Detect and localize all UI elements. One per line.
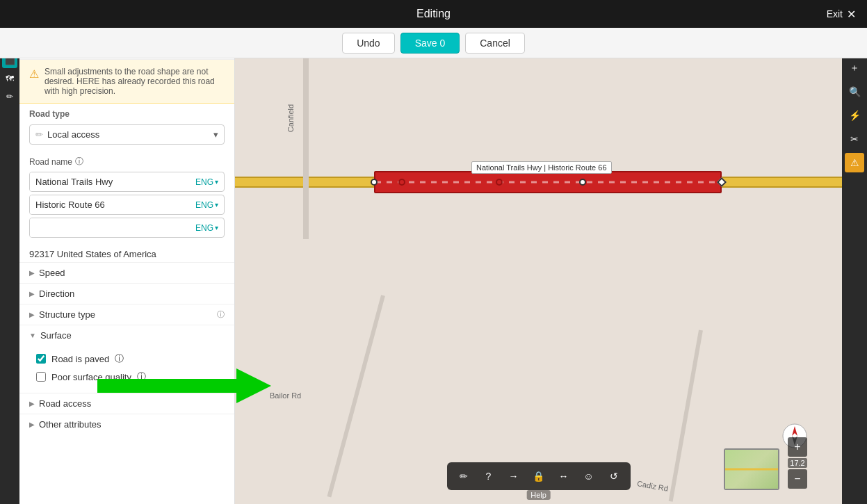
- road-name-lang-button-3[interactable]: ENG ▾: [190, 220, 224, 236]
- road-is-paved-label: Road is paved: [51, 354, 109, 364]
- road-name-section: Road name ⓘ ENG ▾ ENG ▾ ENG ▾: [19, 150, 234, 246]
- zoom-level: 17.2: [788, 458, 807, 468]
- chevron-right-icon: ▶: [29, 269, 35, 277]
- zoom-in-button[interactable]: +: [788, 437, 807, 457]
- chevron-down-icon: ▼: [29, 332, 36, 339]
- arrow-tool-button[interactable]: →: [503, 465, 525, 487]
- chevron-right-icon: ▶: [29, 290, 35, 298]
- road-is-paved-checkbox[interactable]: [36, 354, 46, 364]
- save-button[interactable]: Save 0: [400, 33, 460, 54]
- road-access-section[interactable]: ▶ Road access: [19, 393, 234, 414]
- chevron-right-icon: ▶: [29, 421, 35, 428]
- other-attributes-section[interactable]: ▶ Other attributes: [19, 414, 234, 434]
- map-icon[interactable]: 🗺: [2, 71, 17, 86]
- expand-tool-button[interactable]: ↔: [553, 465, 575, 487]
- road-type-select[interactable]: ✏ Local access ▾: [29, 124, 225, 145]
- map-area[interactable]: National Trails Hwy | Historic Route 66 …: [235, 58, 842, 504]
- info-icon: ⓘ: [217, 309, 225, 320]
- warning-box: ⚠ Small adjustments to the road shape ar…: [19, 60, 234, 104]
- canfield-label: Canfield: [286, 104, 295, 132]
- speed-section[interactable]: ▶ Speed: [19, 262, 234, 283]
- road-type-value: Local access: [47, 129, 213, 140]
- edit-node-2[interactable]: [496, 179, 503, 186]
- top-bar: Editing Exit ✕: [0, 0, 867, 28]
- surface-body: Road is paved ⓘ Poor surface quality ⓘ: [19, 346, 234, 393]
- edit-icon[interactable]: ✏: [2, 89, 17, 104]
- chevron-right-icon: ▶: [29, 400, 35, 407]
- edit-node-3[interactable]: [579, 179, 586, 186]
- edit-tool-button[interactable]: ✏: [453, 465, 475, 487]
- chevron-down-icon: ▾: [215, 201, 218, 209]
- curve-road-2: [669, 330, 703, 501]
- road-name-label: Road name ⓘ: [29, 156, 225, 168]
- chevron-right-icon: ▶: [29, 311, 35, 318]
- poor-surface-quality-label: Poor surface quality: [51, 372, 131, 382]
- country-text: 92317 United States of America: [29, 249, 156, 259]
- road-name-label-map: National Trails Hwy | Historic Route 66: [471, 161, 612, 174]
- mini-map[interactable]: [724, 448, 779, 490]
- road-name-input-1[interactable]: [30, 172, 190, 191]
- road-name-input-2[interactable]: [30, 195, 190, 214]
- split-icon[interactable]: ✂: [845, 129, 864, 149]
- search-location-icon[interactable]: 🔍: [845, 82, 864, 101]
- undo-button[interactable]: Undo: [342, 33, 394, 54]
- road-type-label: Road type: [19, 104, 234, 122]
- face-tool-button[interactable]: ☺: [578, 465, 600, 487]
- connect-icon[interactable]: ⚡: [845, 106, 864, 125]
- edit-node-start[interactable]: [371, 179, 378, 186]
- selected-road-segment[interactable]: [374, 171, 722, 193]
- action-bar: Undo Save 0 Cancel: [0, 28, 867, 58]
- poor-surface-quality-checkbox[interactable]: [36, 372, 46, 382]
- zoom-out-button[interactable]: −: [788, 469, 807, 489]
- canfield-road: [303, 58, 309, 239]
- close-icon: ✕: [847, 8, 856, 21]
- road-is-paved-row: Road is paved ⓘ: [36, 350, 225, 368]
- warning-text: Small adjustments to the road shape are …: [44, 67, 225, 96]
- chevron-down-icon: ▾: [213, 129, 218, 140]
- direction-section[interactable]: ▶ Direction: [19, 283, 234, 304]
- surface-header[interactable]: ▼ Surface: [19, 325, 234, 346]
- add-road-icon[interactable]: ＋: [845, 58, 864, 78]
- bailor-rd-label: Bailor Rd: [270, 391, 301, 400]
- poor-surface-quality-row: Poor surface quality ⓘ: [36, 368, 225, 386]
- road-is-paved-info-icon: ⓘ: [115, 352, 124, 365]
- pencil-icon: ✏: [35, 129, 43, 140]
- road-name-input-row-3: ENG ▾: [29, 218, 225, 238]
- cancel-button[interactable]: Cancel: [465, 33, 525, 54]
- page-title: Editing: [0, 8, 867, 20]
- road-name-lang-button-1[interactable]: ENG ▾: [190, 174, 224, 190]
- cadiz-rd-label: Cadiz Rd: [636, 479, 669, 493]
- side-panel: 🗑 🚫 ⚙ 🅰 Road attributes ← ⚠ Small adjust…: [19, 28, 235, 504]
- help-label[interactable]: Help: [526, 490, 551, 500]
- country-row: 92317 United States of America: [19, 246, 234, 262]
- surface-section: ▼ Surface Road is paved ⓘ Poor surface q…: [19, 325, 234, 393]
- road-name-input-row-2: ENG ▾: [29, 195, 225, 215]
- curve-road-1: [327, 295, 384, 497]
- road-name-lang-button-2[interactable]: ENG ▾: [190, 197, 224, 213]
- bottom-toolbar: ✏ ? → 🔒 ↔ ☺ ↺: [447, 462, 631, 490]
- lock-tool-button[interactable]: 🔒: [528, 465, 550, 487]
- road-type-row: ✏ Local access ▾: [19, 122, 234, 150]
- help-tool-button[interactable]: ?: [478, 465, 500, 487]
- warning-triangle-icon: ⚠: [29, 67, 39, 81]
- structure-type-section[interactable]: ▶ Structure type ⓘ: [19, 304, 234, 325]
- zoom-controls: + 17.2 −: [788, 436, 807, 490]
- road-name-input-row-1: ENG ▾: [29, 172, 225, 192]
- surface-label: Surface: [40, 330, 72, 341]
- road-name-input-3[interactable]: [30, 218, 190, 237]
- poor-surface-quality-info-icon: ⓘ: [137, 371, 146, 383]
- chevron-down-icon: ▾: [215, 224, 218, 231]
- exit-button[interactable]: Exit ✕: [827, 8, 856, 21]
- refresh-tool-button[interactable]: ↺: [603, 465, 625, 487]
- warning-icon[interactable]: ⚠: [845, 153, 864, 172]
- edit-node-1[interactable]: [398, 179, 405, 186]
- road-name-info-icon[interactable]: ⓘ: [75, 156, 83, 168]
- exit-label: Exit: [827, 8, 843, 19]
- right-icon-bar: ◧ ＋ 🔍 ⚡ ✂ ⚠: [842, 28, 867, 504]
- left-icon-bar: 🔔 ⬛ 🗺 ✏: [0, 28, 19, 504]
- chevron-down-icon: ▾: [215, 178, 218, 186]
